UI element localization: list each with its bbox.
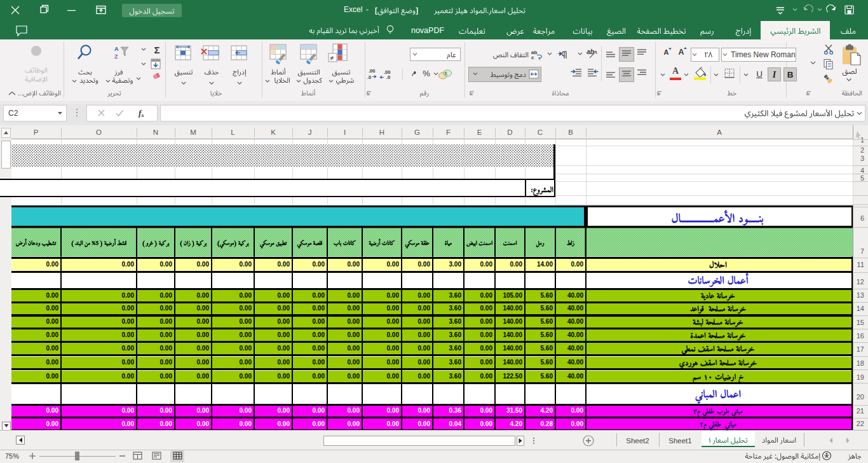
- svg-text:c: c: [531, 55, 534, 60]
- svg-text:≠: ≠: [330, 54, 334, 62]
- svg-text:A: A: [114, 46, 119, 52]
- svg-text:.0: .0: [386, 74, 390, 80]
- svg-text:.00: .00: [369, 68, 375, 74]
- svg-text:$: $: [444, 71, 447, 76]
- svg-text:Z: Z: [114, 53, 118, 60]
- svg-text:.0: .0: [367, 74, 371, 80]
